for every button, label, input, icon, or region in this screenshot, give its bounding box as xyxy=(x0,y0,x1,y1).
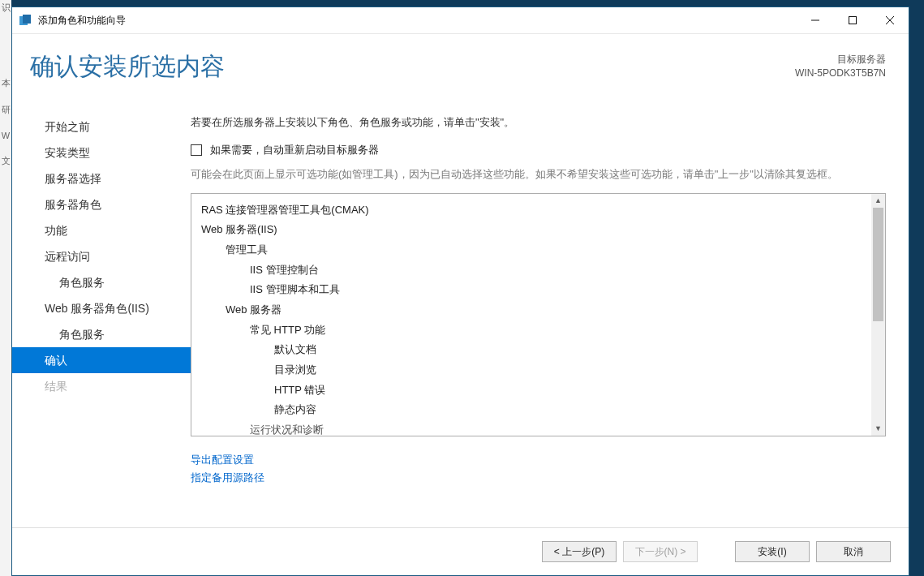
auto-restart-checkbox[interactable]: 如果需要，自动重新启动目标服务器 xyxy=(191,143,886,157)
scrollbar[interactable]: ▲ ▼ xyxy=(871,194,885,436)
nav-confirmation[interactable]: 确认 xyxy=(12,347,191,373)
nav-iis-role-services[interactable]: 角色服务 xyxy=(12,321,191,347)
nav-results: 结果 xyxy=(12,373,191,399)
nav-ra-role-services[interactable]: 角色服务 xyxy=(12,269,191,295)
wizard-window: 添加角色和功能向导 确认安装所选内容 目标服务器 WIN-5PODK3T5B7N… xyxy=(11,6,909,576)
page-title: 确认安装所选内容 xyxy=(30,50,225,84)
tree-item: 运行状况和诊断 xyxy=(201,420,871,435)
nav-remote-access[interactable]: 远程访问 xyxy=(12,243,191,269)
tree-item: RAS 连接管理器管理工具包(CMAK) xyxy=(201,200,871,221)
titlebar: 添加角色和功能向导 xyxy=(12,7,909,34)
previous-button[interactable]: < 上一步(P) xyxy=(542,541,617,562)
nav-web-server-iis[interactable]: Web 服务器角色(IIS) xyxy=(12,295,191,321)
tree-item: 静态内容 xyxy=(201,400,871,420)
optional-features-note: 可能会在此页面上显示可选功能(如管理工具)，因为已自动选择这些功能。如果不希望安… xyxy=(191,165,886,183)
main-panel: 若要在所选服务器上安装以下角色、角色服务或功能，请单击"安装"。 如果需要，自动… xyxy=(191,99,909,527)
tree-item: Web 服务器 xyxy=(201,300,871,320)
scroll-up-arrow[interactable]: ▲ xyxy=(871,194,885,208)
tree-item: 目录浏览 xyxy=(201,360,871,380)
selections-tree: RAS 连接管理器管理工具包(CMAK)Web 服务器(IIS)管理工具IIS … xyxy=(191,193,886,436)
tree-item: 管理工具 xyxy=(201,240,871,260)
tree-item: Web 服务器(IIS) xyxy=(201,220,871,240)
tree-item: HTTP 错误 xyxy=(201,380,871,401)
next-button: 下一步(N) > xyxy=(623,541,698,562)
close-button[interactable] xyxy=(871,7,909,33)
window-title: 添加角色和功能向导 xyxy=(38,14,126,28)
minimize-button[interactable] xyxy=(797,7,834,33)
nav-server-roles[interactable]: 服务器角色 xyxy=(12,191,191,217)
body: 开始之前安装类型服务器选择服务器角色功能远程访问角色服务Web 服务器角色(II… xyxy=(12,99,909,527)
nav-installation-type[interactable]: 安装类型 xyxy=(12,140,191,165)
svg-rect-3 xyxy=(849,17,857,24)
tree-item: IIS 管理脚本和工具 xyxy=(201,280,871,300)
target-server-name: WIN-5PODK3T5B7N xyxy=(795,67,886,80)
footer: < 上一步(P) 下一步(N) > 安装(I) 取消 xyxy=(12,527,909,575)
nav-features[interactable]: 功能 xyxy=(12,217,191,243)
instruction-text: 若要在所选服务器上安装以下角色、角色服务或功能，请单击"安装"。 xyxy=(191,114,886,131)
tree-item: 默认文档 xyxy=(201,340,871,360)
scroll-down-arrow[interactable]: ▼ xyxy=(871,422,885,436)
tree-item: 常见 HTTP 功能 xyxy=(201,320,871,341)
sidebar: 开始之前安装类型服务器选择服务器角色功能远程访问角色服务Web 服务器角色(II… xyxy=(12,99,191,527)
alternate-source-link[interactable]: 指定备用源路径 xyxy=(191,469,886,487)
cancel-button[interactable]: 取消 xyxy=(816,541,891,562)
scroll-thumb[interactable] xyxy=(873,208,883,321)
nav-before-you-begin[interactable]: 开始之前 xyxy=(12,114,191,140)
auto-restart-label: 如果需要，自动重新启动目标服务器 xyxy=(210,143,379,157)
maximize-button[interactable] xyxy=(834,7,871,33)
target-server-info: 目标服务器 WIN-5PODK3T5B7N xyxy=(795,53,886,80)
app-icon xyxy=(19,14,32,27)
target-server-label: 目标服务器 xyxy=(795,53,886,67)
tree-item: IIS 管理控制台 xyxy=(201,260,871,281)
install-button[interactable]: 安装(I) xyxy=(735,541,810,562)
action-links: 导出配置设置 指定备用源路径 xyxy=(191,451,886,487)
selections-tree-content: RAS 连接管理器管理工具包(CMAK)Web 服务器(IIS)管理工具IIS … xyxy=(191,194,871,436)
export-config-link[interactable]: 导出配置设置 xyxy=(191,451,886,469)
background-window-edge: 识 本 研 W 文 xyxy=(0,0,12,576)
checkbox-box[interactable] xyxy=(191,144,202,156)
header-band: 确认安装所选内容 目标服务器 WIN-5PODK3T5B7N xyxy=(12,34,909,99)
nav-server-selection[interactable]: 服务器选择 xyxy=(12,165,191,191)
svg-rect-1 xyxy=(23,15,31,24)
